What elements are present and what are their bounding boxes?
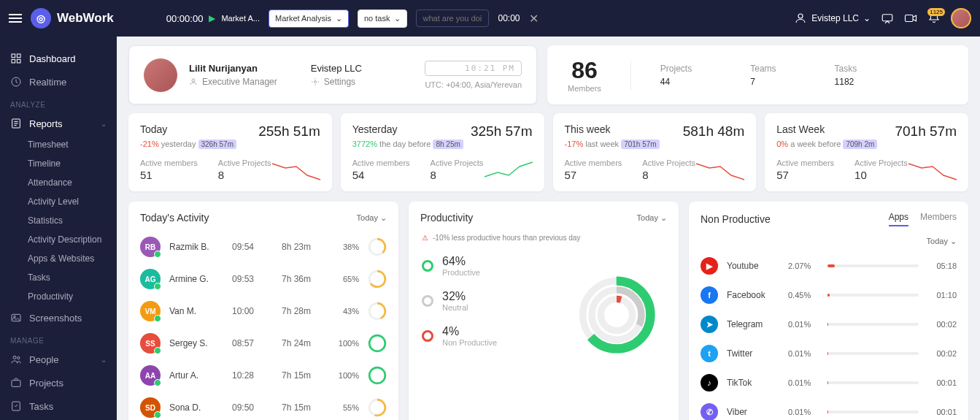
- sidebar-sub-apps-websites[interactable]: Apps & Websites: [0, 249, 117, 268]
- progress-ring: [368, 398, 387, 417]
- usage-bar: [827, 323, 919, 326]
- play-icon[interactable]: ▶: [209, 13, 215, 23]
- settings-link[interactable]: Settings: [324, 77, 355, 87]
- nonproductive-panel: Non Productive Apps Members Today ⌄ ▶ Yo…: [689, 202, 968, 420]
- notifications[interactable]: 1125: [927, 11, 941, 26]
- nonprod-row[interactable]: ♪ TikTok 0.01% 00:01: [689, 368, 968, 397]
- svg-rect-5: [12, 59, 15, 63]
- sidebar-item-dashboard[interactable]: Dashboard: [0, 47, 117, 70]
- avatar: SS: [140, 333, 161, 354]
- sidebar: Dashboard Realtime ANALYZE Reports ⌄ Tim…: [0, 37, 117, 420]
- logo[interactable]: ◎ WebWork: [31, 8, 114, 28]
- svg-rect-3: [12, 54, 15, 58]
- svg-rect-2: [906, 15, 914, 22]
- chevron-down-icon: ⌄: [863, 13, 871, 23]
- usage-bar: [827, 264, 919, 267]
- close-icon[interactable]: ✕: [529, 12, 539, 26]
- sidebar-sub-timesheet[interactable]: Timesheet: [0, 135, 117, 154]
- dot-icon: [422, 260, 433, 272]
- chat-icon[interactable]: [881, 12, 894, 25]
- nonprod-range-dropdown[interactable]: Today ⌄: [927, 237, 957, 245]
- timer-value: 00:00:00: [166, 13, 204, 24]
- timer-2: 00:00: [498, 13, 520, 23]
- nav-section-manage: MANAGE: [0, 329, 117, 348]
- activity-row[interactable]: SD Sona D. 09:50 7h 15m 55%: [128, 392, 398, 420]
- activity-panel: Today's Activity Today ⌄ RB Razmik B. 09…: [128, 202, 398, 420]
- sidebar-item-reports[interactable]: Reports ⌄: [0, 112, 117, 135]
- app-icon: t: [701, 345, 718, 362]
- sidebar-sub-activity-description[interactable]: Activity Description: [0, 230, 117, 249]
- svg-point-0: [798, 14, 803, 18]
- sidebar-sub-tasks[interactable]: Tasks: [0, 268, 117, 287]
- sidebar-sub-productivity[interactable]: Productivity: [0, 287, 117, 306]
- svg-point-11: [13, 356, 16, 359]
- profile-company: Evistep LLC: [311, 63, 362, 74]
- user-icon: [189, 77, 198, 86]
- activity-range-dropdown[interactable]: Today ⌄: [357, 213, 387, 223]
- nonprod-row[interactable]: ▶ Youtube 2.07% 05:18: [689, 251, 968, 280]
- task-dropdown[interactable]: no task⌄: [358, 9, 407, 28]
- dot-icon: [422, 330, 433, 342]
- memo-input[interactable]: [416, 9, 489, 27]
- sidebar-item-people[interactable]: People⌄: [0, 348, 117, 371]
- sidebar-sub-attendance[interactable]: Attendance: [0, 173, 117, 192]
- people-icon: [10, 354, 22, 365]
- clock-icon: [10, 76, 22, 88]
- progress-ring: [368, 237, 387, 256]
- project-dropdown[interactable]: Market Analysis⌄: [269, 9, 349, 28]
- period-card-this-week: This week -17% last week 701h 57m 581h 4…: [553, 113, 757, 191]
- sidebar-sub-activity-level[interactable]: Activity Level: [0, 192, 117, 211]
- avatar: SD: [140, 397, 161, 418]
- sidebar-item-tasks[interactable]: Tasks: [0, 394, 117, 418]
- user-icon: [794, 12, 807, 25]
- period-card-yesterday: Yesterday 3772% the day before 8h 25m 32…: [341, 113, 544, 191]
- gear-icon: [311, 77, 320, 86]
- activity-row[interactable]: AA Artur A. 10:28 7h 15m 100%: [128, 359, 398, 392]
- svg-point-18: [314, 81, 316, 83]
- sparkline: [695, 158, 746, 183]
- nonprod-row[interactable]: t Twitter 0.01% 00:02: [689, 339, 968, 368]
- avatar[interactable]: [951, 8, 971, 28]
- nonprod-row[interactable]: ➤ Telegram 0.01% 00:02: [689, 310, 968, 339]
- progress-ring: [368, 302, 387, 321]
- app-icon: ➤: [701, 316, 718, 333]
- report-icon: [10, 118, 22, 129]
- profile-name: Lilit Nurijanyan: [189, 63, 277, 74]
- avatar: VM: [140, 301, 161, 321]
- avatar: AG: [140, 269, 161, 289]
- sidebar-item-realtime[interactable]: Realtime: [0, 70, 117, 93]
- period-card-last-week: Last Week 0% a week before 709h 2m 701h …: [765, 113, 968, 191]
- usage-bar: [827, 381, 919, 384]
- video-icon[interactable]: [904, 12, 917, 25]
- sidebar-item-projects[interactable]: Projects: [0, 371, 117, 394]
- sparkline: [907, 158, 958, 183]
- svg-rect-1: [882, 15, 892, 21]
- tab-apps[interactable]: Apps: [889, 212, 908, 226]
- tab-members[interactable]: Members: [920, 212, 957, 226]
- topbar: ◎ WebWork 00:00:00 ▶ Market A... Market …: [0, 0, 980, 37]
- nonprod-row[interactable]: f Facebook 0.45% 01:10: [689, 280, 968, 310]
- image-icon: [10, 312, 22, 324]
- productivity-panel: Productivity Today ⌄ ⚠-10% less producti…: [409, 202, 679, 420]
- sidebar-sub-timeline[interactable]: Timeline: [0, 154, 117, 173]
- activity-row[interactable]: RB Razmik B. 09:54 8h 23m 38%: [128, 231, 398, 263]
- chevron-down-icon: ⌄: [336, 14, 342, 23]
- stats-card: 86 Members Projects44 Teams7 Tasks1182: [547, 45, 968, 104]
- hamburger-icon[interactable]: [9, 12, 22, 25]
- avatar: AA: [140, 365, 161, 386]
- dot-icon: [422, 295, 433, 307]
- sidebar-item-screenshots[interactable]: Screenshots: [0, 306, 117, 329]
- chevron-down-icon: ⌄: [394, 14, 401, 23]
- nav-section-analyze: ANALYZE: [0, 93, 117, 112]
- activity-row[interactable]: AG Armine G. 09:53 7h 36m 65%: [128, 263, 398, 295]
- activity-row[interactable]: SS Sergey S. 08:57 7h 24m 100%: [128, 327, 398, 359]
- app-icon: ✆: [701, 403, 718, 420]
- tracker-project: Market A...: [221, 14, 260, 23]
- usage-bar: [827, 352, 919, 355]
- user-switcher[interactable]: Evistep LLC ⌄: [794, 12, 871, 25]
- productivity-range-dropdown[interactable]: Today ⌄: [637, 213, 667, 223]
- sidebar-sub-statistics[interactable]: Statistics: [0, 211, 117, 230]
- productivity-warning: ⚠-10% less productive hours than previou…: [422, 234, 665, 242]
- nonprod-row[interactable]: ✆ Viber 0.01% 00:01: [689, 397, 968, 420]
- activity-row[interactable]: VM Van M. 10:00 7h 28m 43%: [128, 295, 398, 327]
